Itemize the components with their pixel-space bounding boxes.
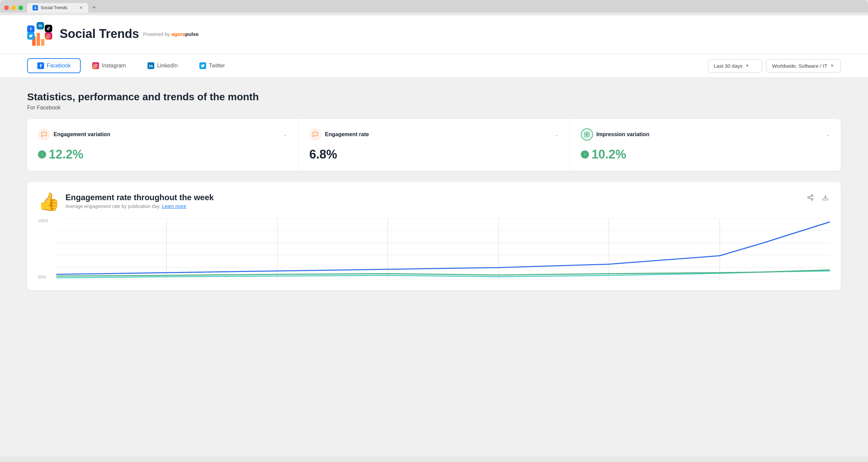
stat-card-impression-variation: Impression variation ⌄ ↑ 10.2% — [570, 119, 841, 171]
stat-value-1: ↑ 12.2% — [38, 147, 287, 162]
y-label-80: 80% — [38, 275, 55, 279]
svg-rect-13 — [587, 135, 588, 136]
linkedin-tab-icon — [147, 62, 154, 69]
share-icon — [807, 194, 814, 201]
twitter-cluster-icon — [27, 32, 35, 40]
brand-pulse: pulse — [185, 31, 198, 37]
chart-subtitle: Average engagement rate by publication d… — [65, 204, 214, 209]
chart-title-area: 👍 Engagement rate throughout the week Av… — [38, 193, 214, 210]
stat-title-2: Engagement rate — [309, 128, 369, 141]
new-tab-button[interactable]: + — [90, 3, 99, 13]
svg-point-15 — [808, 197, 810, 198]
stat-card-header-2: Engagement rate ⌄ — [309, 128, 558, 141]
page-content: f in Social Trends Powered by agorapuls — [0, 15, 868, 457]
tab-linkedin[interactable]: LinkedIn — [137, 58, 188, 73]
twitter-tab-label: Twitter — [209, 63, 225, 69]
svg-point-3 — [48, 35, 49, 37]
tab-close-button[interactable]: ✕ — [79, 5, 83, 10]
tab-bar: S Social Trends ✕ + — [27, 3, 99, 13]
app-title: Social Trends Powered by agorapulse — [60, 27, 199, 41]
chart-heading: Engagement rate throughout the week — [65, 193, 214, 202]
instagram-tab-icon — [92, 62, 99, 69]
main-content: Statistics, performance and trends of th… — [0, 78, 868, 304]
chart-plot — [56, 218, 830, 279]
linkedin-tab-label: LinkedIn — [157, 63, 178, 69]
tab-facebook[interactable]: Facebook — [27, 58, 81, 73]
learn-more-link[interactable]: Learn more — [162, 204, 186, 209]
stat-card-engagement-rate: Engagement rate ⌄ 6.8% — [298, 119, 570, 171]
share-button[interactable] — [806, 193, 815, 204]
tab-title: Social Trends — [41, 5, 67, 10]
page-title: Statistics, performance and trends of th… — [27, 91, 841, 103]
chart-header: 👍 Engagement rate throughout the week Av… — [38, 193, 830, 210]
svg-point-16 — [811, 198, 813, 200]
chart-area: 100% 80% — [38, 218, 830, 279]
region-filter-chevron-icon: ▼ — [830, 63, 834, 68]
region-filter-label: Worldwide, Software / IT — [772, 63, 827, 69]
browser-chrome: S Social Trends ✕ + — [0, 0, 868, 13]
page-subtitle: For Facebook — [27, 105, 841, 111]
chart-section: 👍 Engagement rate throughout the week Av… — [27, 182, 841, 290]
maximize-button[interactable] — [18, 5, 23, 10]
facebook-cluster-icon: f — [27, 25, 35, 33]
twitter-tab-icon — [199, 62, 206, 69]
svg-point-6 — [95, 65, 96, 66]
platform-tabs: Facebook Instagram LinkedIn — [27, 58, 235, 73]
logo-icon: f in — [27, 22, 54, 46]
tab-instagram[interactable]: Instagram — [82, 58, 136, 73]
chart-title-text: Engagement rate throughout the week Aver… — [65, 193, 214, 209]
impression-variation-icon — [581, 128, 593, 141]
facebook-tab-icon — [37, 62, 44, 69]
download-icon — [822, 194, 829, 201]
date-filter-dropdown[interactable]: Last 30 days ▼ — [708, 59, 762, 72]
download-button[interactable] — [821, 193, 830, 204]
app-name: Social Trends — [60, 27, 139, 41]
svg-point-14 — [811, 195, 813, 196]
filter-controls: Last 30 days ▼ Worldwide, Software / IT … — [708, 59, 841, 72]
traffic-lights — [4, 5, 23, 10]
svg-text:S: S — [34, 6, 37, 10]
stat-title-3: Impression variation — [581, 128, 650, 141]
svg-rect-2 — [47, 34, 50, 38]
stats-cards: Engagement variation ⌄ ↑ 12.2% — [27, 119, 841, 171]
svg-rect-5 — [94, 64, 97, 67]
facebook-tab-label: Facebook — [47, 63, 71, 69]
stat-title-1: Engagement variation — [38, 128, 110, 141]
tab-twitter[interactable]: Twitter — [189, 58, 235, 73]
stat-card-1-chevron-icon[interactable]: ⌄ — [283, 132, 287, 137]
powered-by: Powered by agorapulse — [143, 31, 198, 37]
trend-up-icon-3: ↑ — [581, 150, 589, 159]
close-button[interactable] — [4, 5, 9, 10]
stat-card-2-chevron-icon[interactable]: ⌄ — [555, 132, 559, 137]
stat-card-3-chevron-icon[interactable]: ⌄ — [826, 132, 830, 137]
date-filter-label: Last 30 days — [714, 63, 743, 69]
app-header: f in Social Trends Powered by agorapuls — [0, 15, 868, 54]
logo-area: f in Social Trends Powered by agorapuls — [27, 22, 841, 46]
svg-rect-12 — [586, 135, 587, 136]
engagement-rate-icon — [309, 128, 321, 141]
stat-card-engagement-variation: Engagement variation ⌄ ↑ 12.2% — [27, 119, 298, 171]
svg-rect-10 — [586, 133, 587, 134]
engagement-variation-icon — [38, 128, 50, 141]
page-heading: Statistics, performance and trends of th… — [27, 91, 841, 111]
brand-agora: agora — [171, 31, 185, 37]
instagram-cluster-icon — [45, 32, 52, 40]
region-filter-dropdown[interactable]: Worldwide, Software / IT ▼ — [766, 59, 841, 72]
stat-card-header-1: Engagement variation ⌄ — [38, 128, 287, 141]
svg-point-7 — [96, 65, 97, 65]
trend-up-icon-1: ↑ — [38, 150, 46, 159]
instagram-tab-label: Instagram — [102, 63, 126, 69]
chart-actions — [806, 193, 830, 204]
svg-point-8 — [149, 64, 150, 65]
date-filter-chevron-icon: ▼ — [745, 63, 749, 68]
tab-favicon-icon: S — [33, 5, 38, 10]
svg-point-4 — [49, 35, 50, 35]
svg-rect-9 — [585, 132, 589, 137]
thumbs-up-emoji: 👍 — [38, 193, 60, 210]
minimize-button[interactable] — [11, 5, 16, 10]
chart-svg — [56, 218, 830, 279]
stat-card-header-3: Impression variation ⌄ — [581, 128, 830, 141]
browser-tab[interactable]: S Social Trends ✕ — [27, 3, 88, 13]
nav-section: Facebook Instagram LinkedIn — [0, 54, 868, 78]
svg-line-18 — [809, 196, 811, 197]
